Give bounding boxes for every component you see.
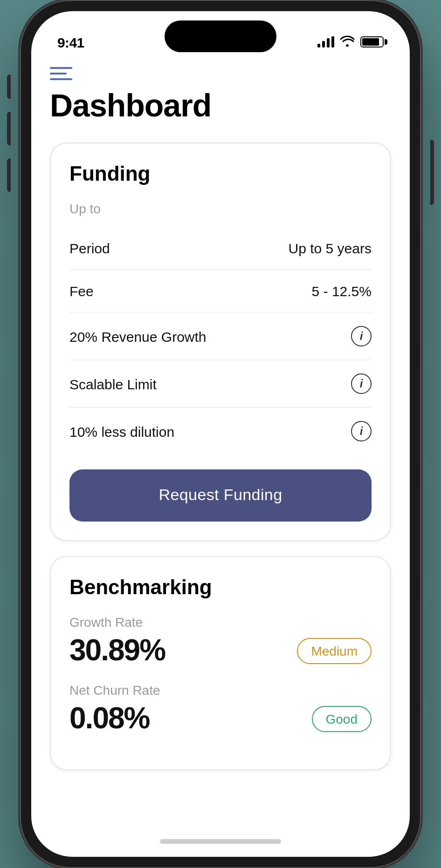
period-value: Up to 5 years <box>289 240 372 256</box>
scalable-limit-label: Scalable Limit <box>69 376 157 392</box>
wifi-icon <box>340 35 355 49</box>
up-to-label: Up to <box>69 201 372 216</box>
revenue-growth-info-icon[interactable]: i <box>351 326 372 346</box>
net-churn-value: 0.08% <box>69 701 149 736</box>
funding-card-title: Funding <box>69 162 372 186</box>
revenue-growth-label: 20% Revenue Growth <box>69 328 207 344</box>
net-churn-group: Net Churn Rate 0.08% Good <box>69 683 372 736</box>
status-icons <box>317 35 384 49</box>
growth-rate-label: Growth Rate <box>69 615 372 630</box>
home-indicator <box>31 825 410 857</box>
signal-icon <box>317 36 334 47</box>
volume-down-button <box>7 158 11 192</box>
growth-rate-row: 30.89% Medium <box>69 633 372 668</box>
menu-line-1 <box>50 67 72 69</box>
dynamic-island <box>165 20 276 52</box>
menu-line-2 <box>50 73 67 75</box>
home-bar <box>160 839 281 843</box>
period-label: Period <box>69 240 110 256</box>
dilution-info-icon[interactable]: i <box>351 421 372 441</box>
scalable-limit-info-icon[interactable]: i <box>351 373 372 394</box>
net-churn-row: 0.08% Good <box>69 701 372 736</box>
scalable-limit-row: Scalable Limit i <box>69 360 372 408</box>
volume-up-button <box>7 112 11 145</box>
status-time: 9:41 <box>57 34 84 50</box>
menu-line-3 <box>50 78 72 80</box>
silent-switch <box>7 75 11 99</box>
battery-icon <box>360 36 384 47</box>
benchmarking-card: Benchmarking Growth Rate 30.89% Medium N… <box>50 556 391 770</box>
fee-value: 5 - 12.5% <box>312 283 372 299</box>
menu-button[interactable] <box>50 67 72 80</box>
phone-screen: 9:41 <box>31 11 410 857</box>
growth-rate-value: 30.89% <box>69 633 165 668</box>
growth-rate-group: Growth Rate 30.89% Medium <box>69 615 372 668</box>
phone-frame: 9:41 <box>20 0 421 868</box>
period-row: Period Up to 5 years <box>69 227 372 270</box>
net-churn-label: Net Churn Rate <box>69 683 372 698</box>
status-bar: 9:41 <box>31 11 410 60</box>
request-funding-button[interactable]: Request Funding <box>69 469 372 522</box>
page-title: Dashboard <box>50 88 391 124</box>
revenue-growth-row: 20% Revenue Growth i <box>69 313 372 360</box>
growth-rate-badge: Medium <box>297 637 372 664</box>
fee-label: Fee <box>69 283 94 299</box>
power-button <box>430 140 434 205</box>
dilution-row: 10% less dilution i <box>69 408 372 454</box>
main-content: Dashboard Funding Up to Period Up to 5 y… <box>31 60 410 825</box>
dilution-label: 10% less dilution <box>69 423 174 439</box>
benchmarking-card-title: Benchmarking <box>69 576 372 600</box>
fee-row: Fee 5 - 12.5% <box>69 270 372 313</box>
net-churn-badge: Good <box>312 705 372 732</box>
funding-card: Funding Up to Period Up to 5 years Fee 5… <box>50 142 391 541</box>
